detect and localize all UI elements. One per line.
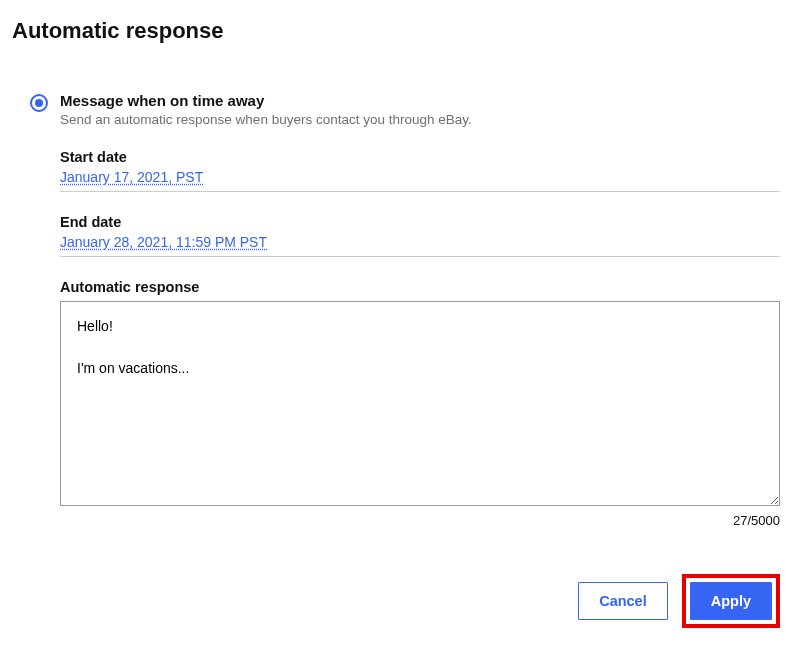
- auto-response-label: Automatic response: [60, 279, 780, 295]
- cancel-button[interactable]: Cancel: [578, 582, 668, 620]
- end-date-link[interactable]: January 28, 2021, 11:59 PM PST: [60, 234, 780, 257]
- option-description: Send an automatic response when buyers c…: [60, 112, 780, 127]
- start-date-label: Start date: [60, 149, 780, 165]
- auto-response-field: Automatic response 27/5000: [60, 279, 780, 528]
- end-date-label: End date: [60, 214, 780, 230]
- apply-button[interactable]: Apply: [690, 582, 772, 620]
- start-date-field: Start date January 17, 2021, PST: [60, 149, 780, 192]
- option-row: Message when on time away Send an automa…: [30, 92, 780, 528]
- radio-time-away[interactable]: [30, 94, 48, 112]
- end-date-field: End date January 28, 2021, 11:59 PM PST: [60, 214, 780, 257]
- start-date-link[interactable]: January 17, 2021, PST: [60, 169, 780, 192]
- auto-response-textarea[interactable]: [60, 301, 780, 506]
- radio-selected-icon: [35, 99, 43, 107]
- char-count: 27/5000: [60, 513, 780, 528]
- page-title: Automatic response: [12, 18, 780, 44]
- option-title: Message when on time away: [60, 92, 780, 109]
- option-body: Message when on time away Send an automa…: [60, 92, 780, 528]
- action-row: Cancel Apply: [578, 574, 780, 628]
- apply-highlight: Apply: [682, 574, 780, 628]
